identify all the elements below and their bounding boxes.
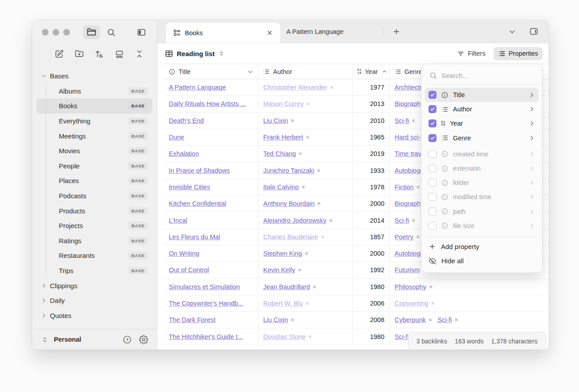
settings-button[interactable] bbox=[138, 334, 150, 346]
sidebar-item-base[interactable]: Podcasts BASE bbox=[37, 188, 152, 204]
title-link[interactable]: L'Incal bbox=[169, 217, 187, 224]
tree-folder[interactable]: Clippings bbox=[32, 278, 157, 293]
window-dot[interactable] bbox=[53, 29, 59, 36]
genre-link[interactable]: Hard sci-fi bbox=[395, 134, 424, 141]
author-link[interactable]: Frank Herbert bbox=[263, 134, 303, 141]
genre-link[interactable]: Poetry bbox=[395, 233, 413, 241]
property-row[interactable]: Author bbox=[425, 102, 538, 116]
author-link[interactable]: Italo Calvino bbox=[263, 184, 299, 191]
property-row[interactable]: modified time bbox=[425, 190, 538, 204]
remove-tag-icon[interactable]: × bbox=[298, 266, 302, 274]
remove-tag-icon[interactable]: × bbox=[412, 117, 415, 124]
remove-tag-icon[interactable]: × bbox=[308, 333, 312, 340]
remove-tag-icon[interactable]: × bbox=[321, 233, 324, 241]
year-cell[interactable]: 2006 bbox=[353, 295, 390, 311]
new-folder-button[interactable] bbox=[73, 48, 85, 60]
checkbox-unchecked[interactable] bbox=[428, 208, 436, 216]
chevron-right-icon[interactable] bbox=[529, 120, 535, 127]
property-row[interactable]: path bbox=[425, 204, 538, 219]
sidebar-item-base[interactable]: People BASE bbox=[37, 159, 152, 174]
chevron-right-icon[interactable] bbox=[529, 194, 535, 200]
genre-link[interactable]: Philosophy bbox=[395, 283, 426, 290]
year-cell[interactable]: 1980 bbox=[353, 279, 390, 295]
remove-tag-icon[interactable]: × bbox=[329, 217, 333, 224]
sidebar-item-base[interactable]: Albums BASE bbox=[37, 84, 152, 99]
remove-tag-icon[interactable]: × bbox=[302, 184, 305, 191]
year-cell[interactable]: 1933 bbox=[353, 162, 390, 178]
chevron-down-icon[interactable] bbox=[247, 69, 253, 75]
remove-tag-icon[interactable]: × bbox=[317, 200, 321, 207]
toggle-left-sidebar-button[interactable] bbox=[133, 25, 150, 39]
new-tab-button[interactable] bbox=[389, 25, 404, 38]
remove-tag-icon[interactable]: × bbox=[298, 150, 302, 157]
sidebar-item-base[interactable]: Everything BASE bbox=[37, 114, 152, 129]
remove-tag-icon[interactable]: × bbox=[305, 250, 308, 257]
year-cell[interactable]: 2014 bbox=[353, 212, 390, 228]
remove-tag-icon[interactable]: × bbox=[306, 300, 309, 307]
toggle-right-sidebar-button[interactable] bbox=[526, 24, 542, 38]
view-switcher[interactable]: Reading list bbox=[165, 49, 224, 58]
genre-link[interactable]: Futurism bbox=[395, 266, 420, 274]
author-link[interactable]: Liu Cixin bbox=[263, 117, 288, 124]
checkbox-checked[interactable] bbox=[428, 134, 436, 142]
remove-tag-icon[interactable]: × bbox=[455, 316, 458, 323]
year-cell[interactable]: 1980 bbox=[353, 328, 390, 344]
chevron-right-icon[interactable] bbox=[529, 135, 535, 141]
remove-tag-icon[interactable]: × bbox=[429, 283, 432, 290]
filters-button[interactable]: Filters bbox=[453, 47, 489, 60]
title-link[interactable]: Exhalation bbox=[169, 150, 199, 157]
sort-order-button[interactable] bbox=[94, 48, 105, 60]
remove-tag-icon[interactable]: × bbox=[306, 100, 310, 107]
year-cell[interactable]: 2013 bbox=[353, 96, 390, 112]
genre-link[interactable]: Biography bbox=[395, 200, 424, 207]
vault-switcher[interactable] bbox=[40, 335, 49, 344]
year-cell[interactable]: 1965 bbox=[353, 129, 390, 145]
author-link[interactable]: Junichiro Tanizaki bbox=[263, 167, 314, 174]
genre-link[interactable]: Sci-fi bbox=[437, 316, 452, 323]
genre-link[interactable]: Sci-fi bbox=[395, 333, 409, 340]
properties-button[interactable]: Properties bbox=[493, 47, 542, 60]
sidebar-item-base[interactable]: Products BASE bbox=[37, 203, 152, 218]
remove-tag-icon[interactable]: × bbox=[431, 300, 435, 307]
sidebar-item-base[interactable]: Trips BASE bbox=[37, 263, 152, 278]
chevron-right-icon[interactable] bbox=[529, 151, 535, 157]
title-link[interactable]: Out of Control bbox=[169, 266, 209, 274]
sidebar-item-base[interactable]: Restaurants BASE bbox=[37, 248, 152, 263]
author-link[interactable]: Charles Baudelaire bbox=[263, 233, 318, 241]
tab-list-dropdown-button[interactable] bbox=[505, 26, 519, 37]
column-header-title[interactable]: Title bbox=[164, 64, 258, 79]
vault-name[interactable]: Personal bbox=[54, 336, 117, 343]
checkbox-unchecked[interactable] bbox=[428, 164, 436, 172]
search-input[interactable] bbox=[441, 72, 517, 79]
genre-link[interactable]: Biography bbox=[395, 100, 424, 107]
add-property-button[interactable]: Add property bbox=[425, 240, 538, 254]
new-note-button[interactable] bbox=[53, 48, 65, 60]
author-link[interactable]: Jean Baudrillard bbox=[263, 283, 310, 290]
checkbox-unchecked[interactable] bbox=[428, 193, 436, 201]
search-tab-button[interactable] bbox=[103, 26, 119, 39]
year-cell[interactable]: 1978 bbox=[353, 179, 390, 195]
property-row[interactable]: Genre bbox=[425, 131, 538, 145]
genre-link[interactable]: Sci-fi bbox=[395, 117, 409, 124]
remove-tag-icon[interactable]: × bbox=[313, 283, 316, 290]
title-link[interactable]: The Dark Forest bbox=[169, 316, 216, 323]
checkbox-checked[interactable] bbox=[428, 105, 436, 113]
property-row[interactable]: Title bbox=[425, 88, 538, 102]
property-row[interactable]: file size bbox=[425, 219, 538, 233]
property-row[interactable]: folder bbox=[425, 176, 538, 190]
title-link[interactable]: Kitchen Confidential bbox=[169, 200, 226, 207]
year-cell[interactable]: 2010 bbox=[353, 113, 390, 129]
title-link[interactable]: On Writing bbox=[169, 250, 199, 257]
property-row[interactable]: created time bbox=[425, 147, 538, 161]
tree-folder[interactable]: Quotes bbox=[32, 308, 157, 323]
title-link[interactable]: A Pattern Language bbox=[169, 84, 226, 91]
author-link[interactable]: Alejandro Jodorowsky bbox=[263, 217, 326, 224]
title-link[interactable]: Dune bbox=[169, 134, 184, 141]
window-dot[interactable] bbox=[63, 29, 70, 36]
year-cell[interactable]: 1992 bbox=[353, 262, 390, 278]
title-link[interactable]: Invisible Cities bbox=[169, 184, 210, 191]
close-icon[interactable] bbox=[265, 28, 275, 38]
remove-tag-icon[interactable]: × bbox=[412, 217, 415, 224]
chevron-right-icon[interactable] bbox=[529, 106, 535, 112]
author-link[interactable]: Christopher Alexander bbox=[263, 84, 327, 91]
